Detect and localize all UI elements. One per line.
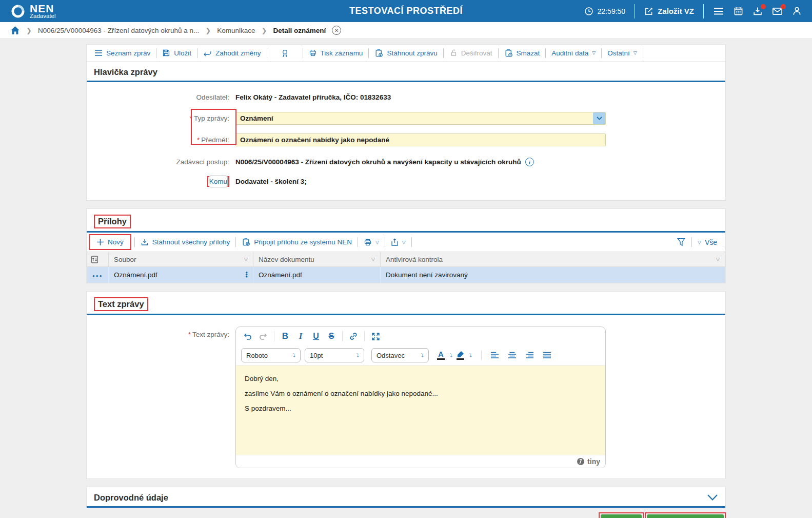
export-attachments-button[interactable]: ▽ xyxy=(385,238,411,246)
inbox-notification-dot xyxy=(761,4,766,9)
rich-text-editor[interactable]: B I U S Roboto ⤵ xyxy=(235,327,606,468)
italic-icon[interactable]: I xyxy=(294,330,307,343)
home-icon[interactable] xyxy=(10,26,20,35)
attach-from-nen-button[interactable]: Připojit přílohu ze systému NEN xyxy=(236,238,358,246)
align-right-icon[interactable] xyxy=(523,349,536,362)
toolbar-separator xyxy=(411,237,412,247)
breadcrumb-item-komunikace[interactable]: Komunikace xyxy=(217,27,255,34)
editor-separator xyxy=(274,331,274,341)
filter-button[interactable] xyxy=(671,238,691,246)
message-text-card: Text zprávy *Text zprávy: B I U S xyxy=(86,291,726,479)
additional-data-card: Doprovodné údaje xyxy=(86,487,726,508)
filter-scope-select[interactable]: ▽ Vše xyxy=(692,238,723,246)
message-list-button[interactable]: Seznam zpráv xyxy=(89,49,156,57)
attachment-antivirus-cell: Dokument není zavirovaný xyxy=(381,267,725,283)
column-filter-icon[interactable]: ▽ xyxy=(244,257,248,262)
highlight-color-button[interactable] xyxy=(457,351,464,360)
message-paragraph: zasílme Vám o oznámení o označení nabídk… xyxy=(245,390,597,397)
bold-icon[interactable]: B xyxy=(279,330,292,343)
column-header-nazev[interactable]: Název dokumentu▽ xyxy=(253,252,381,267)
main-menu-button[interactable] xyxy=(713,7,724,16)
highlight-color-swatch xyxy=(457,358,464,360)
print-record-button[interactable]: Tisk záznamu xyxy=(303,49,369,57)
editor-content-area[interactable]: Dobrý den, zasílme Vám o oznámení o ozna… xyxy=(236,366,605,455)
underline-icon[interactable]: U xyxy=(309,330,323,343)
row-menu-icon[interactable]: ●●● xyxy=(92,274,103,278)
link-icon[interactable] xyxy=(347,330,360,343)
clock-display: 22:59:50 xyxy=(584,7,626,16)
message-text-section-head: Text zprávy xyxy=(87,292,725,315)
undo-icon[interactable] xyxy=(241,330,254,343)
font-size-select[interactable]: 10pt ⤵ xyxy=(305,348,364,362)
subject-row: *Předmět: Oznámení o označení nabídky ja… xyxy=(87,133,725,146)
subject-input[interactable]: Oznámení o označení nabídky jako nepodan… xyxy=(235,133,606,146)
send-button[interactable]: Odeslat xyxy=(601,514,642,518)
attachment-row[interactable]: ●●● Oznámení.pdf ●●● Oznámení.pdf Dokume… xyxy=(87,267,725,283)
chevron-down-icon: ⤵ xyxy=(293,353,295,358)
download-message-button[interactable]: Stáhnout zprávu xyxy=(369,49,443,57)
editor-separator xyxy=(481,350,482,360)
attachment-doc-name-cell[interactable]: Oznámení.pdf xyxy=(253,267,381,283)
column-filter-icon[interactable]: ▽ xyxy=(716,257,720,262)
dropdown-triangle-icon: ▽ xyxy=(402,240,406,245)
breadcrumb-item-procedure[interactable]: N006/25/V00004963 - Zřízení datových okr… xyxy=(38,27,199,34)
current-time: 22:59:50 xyxy=(598,7,626,15)
messages-notification-dot xyxy=(781,4,786,9)
align-left-icon[interactable] xyxy=(488,349,501,362)
dropdown-triangle-icon: ▽ xyxy=(592,50,596,55)
align-justify-icon[interactable] xyxy=(540,349,553,362)
header-divider xyxy=(635,4,635,18)
strikethrough-icon[interactable]: S xyxy=(325,330,338,343)
column-header-antivir[interactable]: Antivirová kontrola▽ xyxy=(381,252,725,267)
download-all-attachments-button[interactable]: Stáhnout všechny přílohy xyxy=(135,238,236,246)
subject-value: Oznámení o označení nabídky jako nepodan… xyxy=(240,136,389,144)
message-paragraph: S pozdravem... xyxy=(245,405,597,412)
block-format-select[interactable]: Odstavec ⤵ xyxy=(371,348,429,362)
other-menu[interactable]: Ostatní ▽ xyxy=(602,49,642,57)
calendar-button[interactable] xyxy=(734,6,743,16)
certificate-button[interactable] xyxy=(267,49,303,57)
drag-handle-icon[interactable]: ●●● xyxy=(245,272,248,278)
text-color-button[interactable]: A xyxy=(437,351,445,360)
fullscreen-icon[interactable] xyxy=(369,330,382,343)
messages-button[interactable] xyxy=(772,6,783,16)
chevron-down-icon[interactable]: ⤵ xyxy=(450,353,452,358)
message-type-select[interactable]: Oznámení xyxy=(235,112,606,125)
printer-icon xyxy=(364,238,372,246)
expand-chevron-icon[interactable] xyxy=(707,494,718,501)
save-button[interactable]: Uložit xyxy=(156,49,197,57)
create-vz-button[interactable]: Založit VZ xyxy=(644,7,694,16)
recipient-button[interactable]: Komu xyxy=(209,176,228,187)
profile-button[interactable] xyxy=(792,6,802,16)
discard-icon xyxy=(203,49,212,57)
procedure-label: Zadávací postup: xyxy=(87,158,235,166)
delete-button[interactable]: Smazat xyxy=(499,49,546,57)
annotation-box-podepsat: Podepsat a odeslat xyxy=(645,512,726,518)
chevron-down-icon[interactable] xyxy=(593,112,605,124)
nen-logo[interactable]: NEN Zadavatel xyxy=(10,4,56,19)
close-tab-icon[interactable]: ✕ xyxy=(332,26,341,35)
new-attachment-button[interactable]: Nový xyxy=(91,238,129,246)
discard-changes-button[interactable]: Zahodit změny xyxy=(197,49,267,57)
tiny-brand-label[interactable]: tiny xyxy=(587,457,600,466)
column-config-cell[interactable] xyxy=(87,252,109,267)
redo-icon[interactable] xyxy=(256,330,270,343)
print-attachments-button[interactable]: ▽ xyxy=(358,238,385,246)
attachment-file-name[interactable]: Oznámení.pdf xyxy=(114,271,157,279)
additional-data-section-head[interactable]: Doprovodné údaje xyxy=(87,487,725,508)
inbox-button[interactable] xyxy=(752,6,763,16)
column-filter-icon[interactable]: ▽ xyxy=(371,257,375,262)
audit-data-menu[interactable]: Auditní data ▽ xyxy=(546,49,601,57)
column-header-soubor[interactable]: Soubor▽ xyxy=(109,252,253,267)
chevron-down-icon[interactable]: ⤵ xyxy=(469,353,472,358)
info-icon[interactable]: i xyxy=(525,158,534,166)
sign-and-send-button[interactable]: Podepsat a odeslat xyxy=(647,514,724,518)
column-config-icon xyxy=(90,255,105,264)
font-family-select[interactable]: Roboto ⤵ xyxy=(241,348,301,362)
row-menu-cell[interactable]: ●●● xyxy=(87,267,109,283)
align-center-icon[interactable] xyxy=(505,349,519,362)
sender-row: Odesílatel: Felix Okátý - Zadavatel přír… xyxy=(87,93,725,101)
attachment-file-cell[interactable]: Oznámení.pdf ●●● xyxy=(109,267,253,283)
required-marker: * xyxy=(188,331,191,338)
attachments-card: Přílohy Nový Stáhnout všechny přílohy Př… xyxy=(86,208,726,283)
